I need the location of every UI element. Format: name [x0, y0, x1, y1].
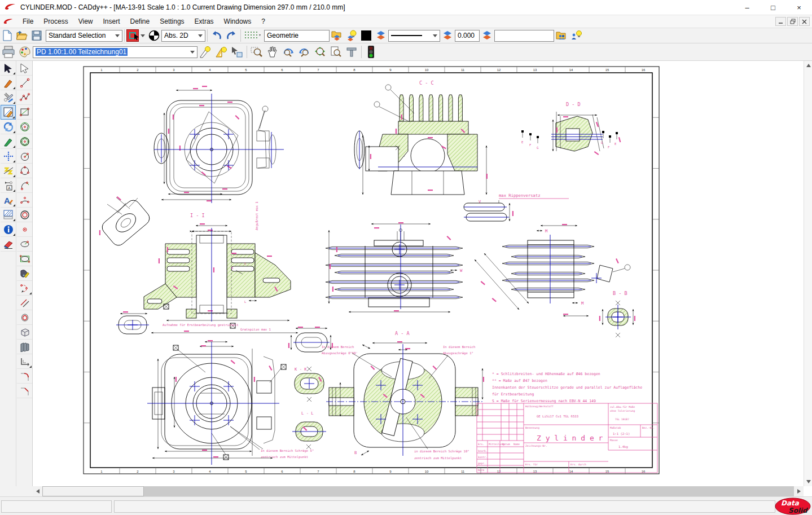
zoom-page-button[interactable]	[328, 45, 344, 59]
layer-select-button[interactable]	[374, 29, 388, 42]
menu-settings[interactable]: Settings	[155, 16, 189, 27]
scroll-up-arrow[interactable]	[804, 61, 812, 70]
arc-points-tool[interactable]	[17, 193, 32, 208]
pick-tool[interactable]	[17, 61, 32, 76]
menu-insert[interactable]: Insert	[98, 16, 125, 27]
redraw-button[interactable]	[344, 45, 359, 59]
minimize-button[interactable]: –	[734, 0, 760, 15]
selection-color-button[interactable]	[126, 29, 139, 42]
status-traffic-light[interactable]	[363, 45, 378, 59]
label-ll: L - L	[301, 411, 314, 416]
line-style-layer-button[interactable]	[440, 29, 455, 42]
cad-drawing[interactable]: 1122334455667788991010111112121313141415…	[33, 61, 804, 486]
menu-windows[interactable]: Windows	[219, 16, 257, 27]
group-name-input[interactable]	[494, 30, 554, 42]
offset-contour-tool[interactable]	[17, 310, 32, 325]
edit-tools[interactable]	[1, 90, 16, 105]
arc-tangent-tool[interactable]	[17, 178, 32, 193]
maximize-button[interactable]: □	[760, 0, 786, 15]
scroll-left-arrow[interactable]	[33, 486, 42, 496]
child-close-button[interactable]	[799, 17, 810, 26]
color-palette-button[interactable]	[17, 45, 33, 59]
selection-mode-dropdown[interactable]: Standard Selection	[46, 30, 122, 42]
layer-visibility-button[interactable]	[344, 29, 359, 42]
circle-points-tool[interactable]	[17, 164, 32, 178]
close-button[interactable]: ×	[786, 0, 812, 15]
save-button[interactable]	[29, 29, 44, 42]
line-style-dropdown[interactable]	[388, 30, 440, 42]
contour-offset-tool[interactable]	[17, 354, 32, 369]
line-tool[interactable]	[17, 76, 32, 90]
spline-tool[interactable]	[17, 281, 32, 296]
info-tool[interactable]	[1, 222, 16, 237]
undo-button[interactable]	[209, 29, 224, 42]
line-width-input[interactable]: 0.000	[455, 30, 480, 42]
scroll-down-arrow[interactable]	[804, 477, 812, 486]
draw-tool[interactable]	[1, 76, 16, 90]
rectangle-tool[interactable]	[17, 105, 32, 120]
zoom-next-button[interactable]	[296, 45, 312, 59]
layer-name-input[interactable]: Geometrie	[264, 30, 330, 42]
setsquare-light-button[interactable]	[213, 45, 229, 59]
menu-process[interactable]: Process	[38, 16, 73, 27]
sheet-selector-combobox[interactable]: PD 1.00:1.00 Teilzeichnung01	[33, 46, 197, 58]
horizontal-scrollbar[interactable]	[33, 486, 804, 496]
hatch-tool[interactable]	[1, 208, 16, 222]
extrude-tool[interactable]	[17, 340, 32, 354]
pointer-measure-button[interactable]	[229, 45, 245, 59]
menu-extras[interactable]: Extras	[190, 16, 219, 27]
polygon-circumscribed-tool[interactable]	[17, 134, 32, 149]
concentric-circle-tool[interactable]	[17, 208, 32, 222]
draft-light-button[interactable]	[197, 45, 213, 59]
menu-define[interactable]: Define	[125, 16, 155, 27]
menu-view[interactable]: View	[73, 16, 98, 27]
snap-tool[interactable]	[1, 149, 16, 164]
open-file-button[interactable]	[15, 29, 29, 42]
sketch-tool[interactable]	[1, 134, 16, 149]
scroll-right-arrow[interactable]	[794, 486, 804, 496]
box-3d-tool[interactable]	[17, 325, 32, 340]
ellipse-tool[interactable]	[17, 237, 32, 252]
print-button[interactable]	[0, 45, 17, 59]
group-visibility-button[interactable]	[569, 29, 583, 42]
erase-tool[interactable]	[1, 237, 16, 252]
parallel-line-tool[interactable]	[17, 296, 32, 310]
selection-color-chevron-icon[interactable]	[141, 34, 145, 37]
grid-settings-button[interactable]	[243, 29, 262, 42]
child-restore-button[interactable]	[787, 17, 798, 26]
fillet-tool[interactable]	[17, 369, 32, 384]
zoom-previous-button[interactable]	[280, 45, 296, 59]
vertical-scrollbar[interactable]	[804, 61, 812, 486]
text-tool[interactable]: Ab	[1, 193, 16, 208]
modify-tool-selected[interactable]	[1, 105, 16, 120]
new-file-button[interactable]	[0, 29, 15, 42]
dimension-tool[interactable]: A	[1, 178, 16, 193]
coordinate-mode-dropdown[interactable]: Abs. 2D	[161, 30, 205, 42]
transform-tool[interactable]	[1, 120, 16, 134]
child-minimize-button[interactable]	[775, 17, 786, 26]
menu-help[interactable]: ?	[256, 16, 270, 27]
redo-button[interactable]	[224, 29, 239, 42]
menu-file[interactable]: File	[17, 16, 38, 27]
zoom-all-button[interactable]	[312, 45, 328, 59]
circle-radius-tool[interactable]	[17, 149, 32, 164]
select-tool[interactable]	[1, 61, 16, 76]
title-bar[interactable]: CYLINDER.MOD - CADdy++ - [MA-13-91 Scale…	[0, 0, 812, 15]
fill-region-tool[interactable]	[17, 266, 32, 281]
chamfer-tool[interactable]	[17, 384, 32, 398]
drawing-canvas-area[interactable]: 1122334455667788991010111112121313141415…	[33, 61, 804, 486]
line-width-layer-button[interactable]	[480, 29, 494, 42]
svg-text:12: 12	[497, 68, 501, 72]
layer-open-button[interactable]	[330, 29, 344, 42]
origin-point-button[interactable]	[147, 29, 161, 42]
point-tool[interactable]	[17, 222, 32, 237]
trim-tool[interactable]	[1, 164, 16, 178]
horizontal-scroll-thumb[interactable]	[42, 486, 144, 496]
pan-hand-button[interactable]	[265, 45, 280, 59]
polygon-inscribed-tool[interactable]	[17, 120, 32, 134]
zoom-window-button[interactable]	[249, 45, 265, 59]
polyline-tool[interactable]	[17, 90, 32, 105]
active-color-swatch[interactable]	[359, 29, 374, 42]
group-folder-button[interactable]	[554, 29, 569, 42]
ellipse-in-rect-tool[interactable]	[17, 252, 32, 266]
